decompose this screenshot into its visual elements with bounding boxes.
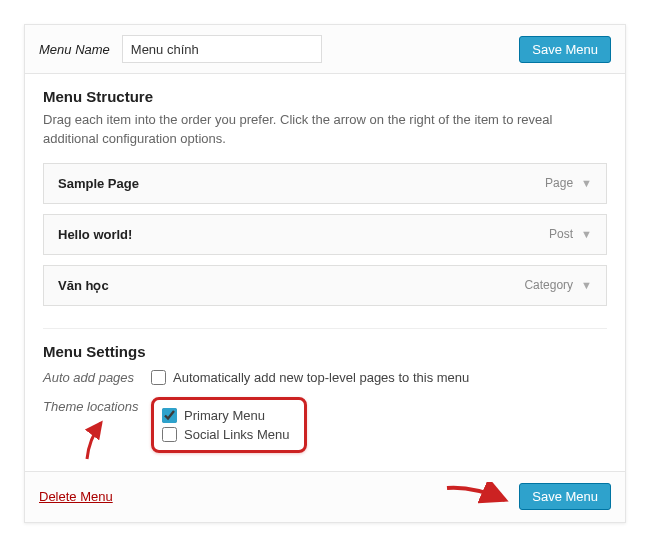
auto-add-pages-row: Auto add pages Automatically add new top… bbox=[43, 368, 607, 387]
annotation-arrow-icon bbox=[443, 482, 513, 512]
panel-body: Menu Structure Drag each item into the o… bbox=[25, 74, 625, 471]
menu-item[interactable]: Sample Page Page ▼ bbox=[43, 163, 607, 204]
menu-item-title: Sample Page bbox=[58, 176, 545, 191]
panel-footer: Delete Menu Save Menu bbox=[25, 471, 625, 522]
delete-menu-link[interactable]: Delete Menu bbox=[39, 489, 113, 504]
menu-item[interactable]: Hello world! Post ▼ bbox=[43, 214, 607, 255]
menu-structure-description: Drag each item into the order you prefer… bbox=[43, 111, 607, 149]
menu-item-title: Văn học bbox=[58, 278, 524, 293]
menu-structure-heading: Menu Structure bbox=[43, 88, 607, 105]
menu-edit-panel: Menu Name Save Menu Menu Structure Drag … bbox=[24, 24, 626, 523]
menu-item-type: Category bbox=[524, 278, 573, 292]
auto-add-pages-text[interactable]: Automatically add new top-level pages to… bbox=[173, 370, 469, 385]
save-menu-button-bottom[interactable]: Save Menu bbox=[519, 483, 611, 510]
theme-locations-label: Theme locations bbox=[43, 397, 151, 414]
save-menu-button-top[interactable]: Save Menu bbox=[519, 36, 611, 63]
menu-settings-section: Menu Settings Auto add pages Automatical… bbox=[43, 328, 607, 453]
primary-menu-checkbox[interactable] bbox=[162, 408, 177, 423]
menu-item-type: Post bbox=[549, 227, 573, 241]
social-links-menu-checkbox[interactable] bbox=[162, 427, 177, 442]
menu-item-type: Page bbox=[545, 176, 573, 190]
menu-item[interactable]: Văn học Category ▼ bbox=[43, 265, 607, 306]
social-links-menu-label[interactable]: Social Links Menu bbox=[184, 427, 290, 442]
menu-item-title: Hello world! bbox=[58, 227, 549, 242]
theme-locations-row: Theme locations Primary Menu Social Link… bbox=[43, 397, 607, 453]
chevron-down-icon[interactable]: ▼ bbox=[581, 228, 592, 240]
auto-add-pages-label: Auto add pages bbox=[43, 368, 151, 385]
auto-add-pages-checkbox[interactable] bbox=[151, 370, 166, 385]
chevron-down-icon[interactable]: ▼ bbox=[581, 177, 592, 189]
menu-name-input[interactable] bbox=[122, 35, 322, 63]
menu-name-label: Menu Name bbox=[39, 42, 110, 57]
panel-header: Menu Name Save Menu bbox=[25, 25, 625, 74]
primary-menu-label[interactable]: Primary Menu bbox=[184, 408, 265, 423]
annotation-highlight-box: Primary Menu Social Links Menu bbox=[151, 397, 307, 453]
chevron-down-icon[interactable]: ▼ bbox=[581, 279, 592, 291]
menu-settings-heading: Menu Settings bbox=[43, 343, 607, 360]
annotation-arrow-icon bbox=[79, 415, 115, 463]
